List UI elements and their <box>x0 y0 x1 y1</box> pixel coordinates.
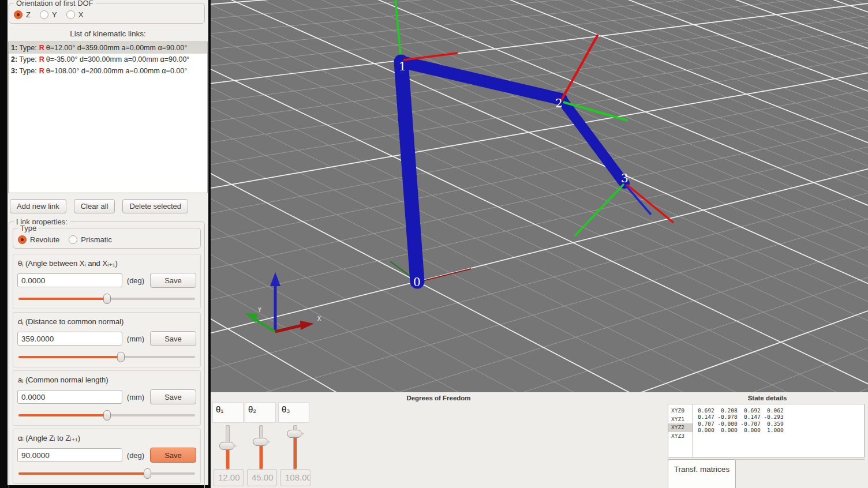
link-item-type-label: Type: <box>19 55 37 63</box>
d-save-button[interactable]: Save <box>150 331 196 346</box>
clear-all-button[interactable]: Clear all <box>74 199 115 213</box>
theta1-label: θ₁ <box>216 404 223 414</box>
joint1-label: 1 <box>399 59 406 73</box>
theta1-value-box: 12.00 <box>214 469 244 486</box>
d-unit-label: (mm) <box>122 335 149 343</box>
orientation-groupbox: Orientation of first DOF Z Y X <box>9 3 205 24</box>
theta-input[interactable] <box>17 273 122 287</box>
a-param-block: aᵢ (Common normal length) (mm) Save <box>13 370 201 426</box>
theta3-label-box: θ₃ <box>278 402 309 423</box>
state-details-box: XYZ0 XYZ1 XYZ2 XYZ3 0.692 0.208 0.692 0.… <box>668 404 865 457</box>
alpha-unit-label: (deg) <box>122 451 149 460</box>
joint2-label: 2 <box>555 96 563 110</box>
a-save-button[interactable]: Save <box>150 389 196 404</box>
link-properties-groupbox: Link properties: Type Revolute Prismatic… <box>9 222 205 488</box>
d-input[interactable] <box>17 332 122 346</box>
robot-3d-scene: Y X 0 1 2 3 <box>211 0 868 392</box>
tab-bar-line <box>736 459 865 460</box>
degrees-of-freedom-panel: Degrees of Freedom θ₁ θ₂ θ₃ 12.00 45.00 … <box>211 392 667 488</box>
link-item-type: R <box>39 55 44 63</box>
theta2-label-box: θ₂ <box>245 402 276 423</box>
type-group-label: Type <box>18 224 39 232</box>
frame-list[interactable]: XYZ0 XYZ1 XYZ2 XYZ3 <box>668 404 693 457</box>
world-y-axis-label: Y <box>258 307 261 313</box>
d-slider[interactable] <box>18 351 195 363</box>
alpha-slider[interactable] <box>18 467 195 480</box>
theta-unit-label: (deg) <box>122 276 149 285</box>
theta-slider[interactable] <box>18 292 195 305</box>
link-item-type-label: Type: <box>19 67 37 75</box>
frame-item-xyz3[interactable]: XYZ3 <box>668 432 693 441</box>
link-item-params: θ=-35.00° d=300.00mm a=0.00mm α=90.00° <box>46 55 190 63</box>
alpha-param-label: αᵢ (Angle Zᵢ to Zᵢ₊₁) <box>18 434 196 442</box>
theta2-label: θ₂ <box>248 404 256 414</box>
a-unit-label: (mm) <box>122 393 149 401</box>
theta1-label-box: θ₁ <box>212 402 244 423</box>
link-item-index: 1: <box>11 44 17 52</box>
link-item-index: 3: <box>11 67 17 75</box>
state-panel-title: State details <box>667 392 868 401</box>
theta-save-button[interactable]: Save <box>150 273 196 288</box>
dof-panel-title: Degrees of Freedom <box>211 392 667 401</box>
sidebar: Orientation of first DOF Z Y X List of k… <box>8 0 208 485</box>
orientation-group-label: Orientation of first DOF <box>14 0 96 7</box>
add-new-link-button[interactable]: Add new link <box>10 199 66 213</box>
frame-item-xyz0[interactable]: XYZ0 <box>668 407 693 415</box>
link-item-index: 2: <box>11 55 17 63</box>
type-radio-revolute[interactable] <box>18 235 27 244</box>
theta2-dof-slider[interactable] <box>252 425 269 469</box>
link-list-item-3[interactable]: 3:Type:Rθ=108.00° d=200.00mm a=0.00mm α=… <box>9 65 207 77</box>
transform-matrix: 0.692 0.208 0.692 0.0620.147 -0.978 0.14… <box>693 404 784 457</box>
link-item-params: θ=12.00° d=359.00mm a=0.00mm α=90.00° <box>46 44 187 52</box>
orientation-radio-z-label: Z <box>26 10 31 19</box>
theta-param-block: θᵢ (Angle between Xᵢ and Xᵢ₊₁) (deg) Sav… <box>13 254 201 309</box>
a-input[interactable] <box>17 390 122 404</box>
alpha-input[interactable] <box>17 448 122 462</box>
frame-item-xyz1[interactable]: XYZ1 <box>668 415 693 424</box>
d-param-block: dᵢ (Distance to common normal) (mm) Save <box>13 312 201 367</box>
link-item-type-label: Type: <box>19 44 37 52</box>
world-x-axis-label: X <box>317 316 321 322</box>
link-item-type: R <box>39 44 44 52</box>
type-radio-revolute-label: Revolute <box>30 235 59 244</box>
kinematic-links-list[interactable]: 1:Type:Rθ=12.00° d=359.00mm a=0.00mm α=9… <box>8 42 208 193</box>
type-groupbox: Type Revolute Prismatic <box>13 228 201 249</box>
matrix-row: 0.000 0.000 0.000 1.000 <box>698 427 784 433</box>
matrix-row: 0.692 0.208 0.692 0.062 <box>698 407 784 414</box>
3d-viewport[interactable]: Y X 0 1 2 3 <box>211 0 868 392</box>
alpha-save-button[interactable]: Save <box>150 448 196 463</box>
ground-grid <box>211 0 868 392</box>
matrix-row: 0.707 -0.000 -0.707 0.359 <box>698 421 784 427</box>
state-details-panel: State details XYZ0 XYZ1 XYZ2 XYZ3 0.692 … <box>667 392 868 488</box>
theta3-label: θ₃ <box>282 404 290 414</box>
orientation-radio-x[interactable] <box>66 10 75 19</box>
orientation-radio-y[interactable] <box>40 10 48 19</box>
alpha-param-block: αᵢ (Angle Zᵢ to Zᵢ₊₁) (deg) Save <box>13 429 201 484</box>
links-list-title: List of kinematic links: <box>8 29 208 38</box>
orientation-radio-x-label: X <box>78 10 84 19</box>
link-list-item-1[interactable]: 1:Type:Rθ=12.00° d=359.00mm a=0.00mm α=9… <box>9 42 207 54</box>
link-item-params: θ=108.00° d=200.00mm a=0.00mm α=0.00° <box>46 67 187 75</box>
link-item-type: R <box>39 67 44 75</box>
a-param-label: aᵢ (Common normal length) <box>18 376 196 384</box>
theta3-dof-slider[interactable] <box>286 425 303 469</box>
frame-item-xyz2[interactable]: XYZ2 <box>668 423 693 432</box>
type-radio-prismatic[interactable] <box>69 235 77 244</box>
theta-param-label: θᵢ (Angle between Xᵢ and Xᵢ₊₁) <box>18 259 196 268</box>
orientation-radio-z[interactable] <box>14 10 23 19</box>
tab-transf-matrices[interactable]: Transf. matrices <box>668 459 736 488</box>
type-radio-prismatic-label: Prismatic <box>81 235 111 244</box>
matrix-row: 0.147 -0.978 0.147 -0.293 <box>698 414 784 420</box>
orientation-radio-y-label: Y <box>52 10 57 19</box>
theta2-value-box: 45.00 <box>247 469 277 486</box>
joint0-label: 0 <box>413 275 421 289</box>
theta1-dof-slider[interactable] <box>218 425 235 469</box>
delete-selected-button[interactable]: Delete selected <box>122 199 188 213</box>
a-slider[interactable] <box>18 409 195 422</box>
link-list-item-2[interactable]: 2:Type:Rθ=-35.00° d=300.00mm a=0.00mm α=… <box>9 54 207 65</box>
d-param-label: dᵢ (Distance to common normal) <box>18 317 196 326</box>
joint3-label: 3 <box>621 171 628 185</box>
theta3-value-box: 108.00 <box>280 469 310 486</box>
